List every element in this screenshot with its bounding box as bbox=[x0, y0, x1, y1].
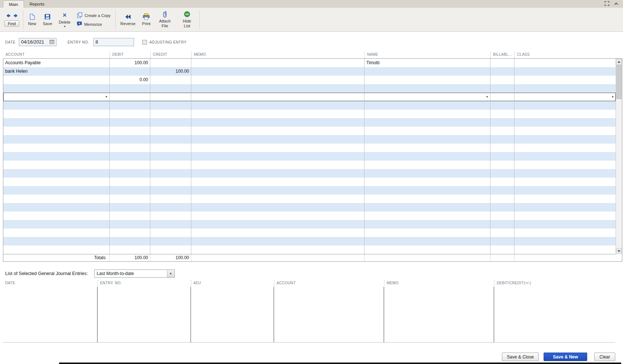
cell-class[interactable] bbox=[514, 161, 616, 169]
grid-row[interactable] bbox=[3, 152, 616, 161]
cell-class[interactable] bbox=[514, 186, 616, 195]
cell-debit[interactable] bbox=[110, 220, 150, 229]
cell-class[interactable] bbox=[514, 127, 616, 135]
cell-name[interactable] bbox=[364, 220, 490, 229]
cell-account[interactable] bbox=[3, 152, 110, 161]
cell-name[interactable] bbox=[364, 237, 490, 245]
cell-memo[interactable] bbox=[191, 118, 364, 127]
list-cell-debit-credit[interactable] bbox=[494, 287, 615, 342]
cell-billable[interactable] bbox=[490, 220, 514, 229]
list-cell-entry-no[interactable] bbox=[97, 287, 191, 342]
grid-row[interactable] bbox=[3, 101, 616, 110]
dropdown-arrow-icon[interactable]: ▼ bbox=[167, 270, 174, 277]
cell-class[interactable] bbox=[514, 144, 616, 152]
grid-row[interactable] bbox=[3, 144, 616, 152]
clear-button[interactable]: Clear bbox=[594, 353, 615, 361]
cell-billable[interactable] bbox=[490, 169, 514, 178]
cell-credit[interactable] bbox=[150, 237, 191, 245]
cell-class[interactable] bbox=[514, 203, 616, 212]
adjusting-entry-checkbox[interactable] bbox=[142, 40, 147, 45]
cell-memo[interactable] bbox=[191, 212, 364, 220]
cell-class[interactable]: ▼ bbox=[514, 93, 616, 101]
cell-debit[interactable] bbox=[110, 178, 150, 186]
cell-credit[interactable] bbox=[150, 245, 191, 254]
cell-billable[interactable] bbox=[490, 101, 514, 110]
cell-billable[interactable] bbox=[490, 152, 514, 161]
cell-name[interactable]: ▼ bbox=[364, 93, 490, 101]
cell-billable[interactable] bbox=[490, 144, 514, 152]
cell-name[interactable] bbox=[364, 152, 490, 161]
cell-credit[interactable] bbox=[150, 118, 191, 127]
cell-name[interactable] bbox=[364, 169, 490, 178]
cell-credit[interactable] bbox=[150, 169, 191, 178]
cell-dropdown-icon[interactable]: ▼ bbox=[105, 96, 108, 99]
cell-account[interactable] bbox=[3, 144, 110, 152]
grid-row[interactable] bbox=[3, 110, 616, 118]
tab-main[interactable]: Main bbox=[3, 0, 24, 8]
cell-class[interactable] bbox=[514, 135, 616, 144]
cell-class[interactable] bbox=[514, 67, 616, 76]
cell-memo[interactable] bbox=[191, 127, 364, 135]
column-header-memo[interactable]: MEMO bbox=[191, 52, 364, 58]
list-column-header-debit-credit[interactable]: DEBIT/CREDIT(+/-) bbox=[494, 280, 615, 286]
cell-class[interactable] bbox=[514, 212, 616, 220]
cell-name[interactable] bbox=[364, 186, 490, 195]
tab-reports[interactable]: Reports bbox=[24, 0, 50, 8]
cell-memo[interactable] bbox=[191, 144, 364, 152]
cell-memo[interactable] bbox=[191, 237, 364, 245]
scrollbar-thumb[interactable] bbox=[616, 65, 622, 99]
grid-active-row[interactable]: ▼▼▼ bbox=[3, 93, 616, 101]
cell-name[interactable] bbox=[364, 178, 490, 186]
grid-row[interactable] bbox=[3, 161, 616, 169]
cell-billable[interactable] bbox=[490, 135, 514, 144]
entry-no-field[interactable]: 8 bbox=[93, 38, 134, 46]
cell-account[interactable] bbox=[3, 186, 110, 195]
cell-debit[interactable] bbox=[110, 161, 150, 169]
cell-account[interactable] bbox=[3, 127, 110, 135]
cell-debit[interactable] bbox=[110, 118, 150, 127]
cell-account[interactable]: bank Helen bbox=[3, 67, 110, 76]
grid-row[interactable] bbox=[3, 229, 616, 237]
cell-debit[interactable] bbox=[110, 195, 150, 203]
save-new-button[interactable]: Save & New bbox=[544, 353, 587, 361]
cell-class[interactable] bbox=[514, 229, 616, 237]
cell-name[interactable] bbox=[364, 212, 490, 220]
cell-billable[interactable] bbox=[490, 59, 514, 67]
cell-billable[interactable] bbox=[490, 110, 514, 118]
cell-memo[interactable] bbox=[191, 110, 364, 118]
delete-button[interactable]: × Delete ▼ bbox=[55, 11, 74, 28]
cell-billable[interactable] bbox=[490, 84, 514, 93]
cell-account[interactable] bbox=[3, 101, 110, 110]
cell-name[interactable] bbox=[364, 118, 490, 127]
cell-name[interactable] bbox=[364, 127, 490, 135]
grid-row[interactable] bbox=[3, 84, 616, 93]
forward-arrow-icon[interactable] bbox=[13, 13, 18, 19]
cell-class[interactable] bbox=[514, 237, 616, 245]
grid-row[interactable] bbox=[3, 135, 616, 144]
back-arrow-icon[interactable] bbox=[6, 13, 11, 19]
grid-row[interactable]: Accounts Payable100.00Timotti bbox=[3, 59, 616, 67]
cell-name[interactable] bbox=[364, 67, 490, 76]
hide-list-button[interactable]: Hide List bbox=[176, 10, 198, 29]
date-range-dropdown[interactable]: Last Month-to-date ▼ bbox=[94, 269, 175, 278]
cell-billable[interactable] bbox=[490, 186, 514, 195]
cell-debit[interactable] bbox=[110, 110, 150, 118]
column-header-name[interactable]: NAME bbox=[364, 52, 490, 58]
cell-debit[interactable] bbox=[110, 237, 150, 245]
cell-debit[interactable] bbox=[110, 152, 150, 161]
reverse-button[interactable]: Reverse bbox=[117, 13, 139, 27]
cell-billable[interactable] bbox=[490, 229, 514, 237]
cell-name[interactable] bbox=[364, 203, 490, 212]
grid-row[interactable]: 0.00 bbox=[3, 76, 616, 84]
list-column-header-date[interactable]: DATE bbox=[3, 280, 97, 286]
cell-credit[interactable] bbox=[150, 186, 191, 195]
save-close-button[interactable]: Save & Close bbox=[502, 353, 539, 361]
cell-credit[interactable] bbox=[150, 178, 191, 186]
cell-class[interactable] bbox=[514, 169, 616, 178]
cell-debit[interactable] bbox=[110, 245, 150, 254]
cell-credit[interactable] bbox=[150, 84, 191, 93]
cell-account[interactable] bbox=[3, 110, 110, 118]
cell-class[interactable] bbox=[514, 59, 616, 67]
list-cell-memo[interactable] bbox=[384, 287, 494, 342]
cell-account[interactable]: Accounts Payable bbox=[3, 59, 110, 67]
